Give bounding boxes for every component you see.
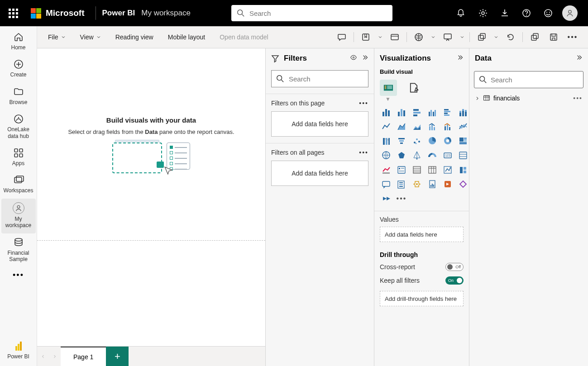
viz-type-24[interactable] (380, 164, 392, 176)
viz-type-6[interactable] (380, 120, 392, 132)
viz-type-25[interactable] (395, 164, 408, 176)
ribbon-explore-menu[interactable] (429, 29, 438, 45)
viz-mode-format[interactable] (405, 80, 422, 96)
viz-type-21[interactable] (426, 149, 439, 161)
viz-type-15[interactable] (426, 135, 439, 147)
viz-type-31[interactable] (395, 178, 408, 190)
viz-type-22[interactable]: 123 (441, 149, 454, 161)
data-search-input[interactable] (491, 76, 578, 84)
viz-values-dropzone[interactable]: Add data fields here (380, 227, 464, 242)
ribbon-refresh-button[interactable] (502, 29, 520, 45)
help-button[interactable] (516, 3, 536, 23)
filters-search[interactable] (271, 70, 368, 87)
nav-home[interactable]: Home (1, 28, 36, 55)
viz-type-12[interactable] (380, 135, 392, 147)
ribbon-copy-button[interactable] (473, 29, 491, 45)
viz-type-27[interactable] (426, 164, 439, 176)
page-tab-1[interactable]: Page 1 (61, 347, 106, 366)
report-canvas[interactable]: Build visuals with your data Select or d… (37, 48, 265, 346)
data-collapse-button[interactable] (576, 54, 583, 62)
nav-my-workspace[interactable]: My workspace (1, 199, 36, 233)
viz-type-11[interactable] (457, 120, 469, 132)
ribbon-more-button[interactable]: ••• (564, 29, 582, 45)
nav-workspaces[interactable]: Workspaces (1, 171, 36, 198)
viz-type-4[interactable] (441, 106, 454, 118)
data-table-more[interactable]: ••• (573, 95, 583, 102)
ribbon-file[interactable]: File (43, 31, 70, 43)
ribbon-save-button[interactable] (545, 29, 563, 45)
filters-search-input[interactable] (289, 75, 363, 83)
viz-type-33[interactable] (426, 178, 439, 190)
data-search[interactable] (474, 71, 583, 88)
viz-type-3[interactable] (426, 106, 439, 118)
ribbon-bookmark-menu[interactable] (376, 29, 385, 45)
viz-type-29[interactable] (457, 164, 469, 176)
viz-type-19[interactable] (395, 149, 408, 161)
viz-type-35[interactable] (457, 178, 469, 190)
viz-type-16[interactable] (441, 135, 454, 147)
workspace-breadcrumb[interactable]: My workspace (141, 9, 191, 18)
data-table-financials[interactable]: financials ••• (469, 93, 588, 104)
feedback-button[interactable] (538, 3, 558, 23)
viz-type-23[interactable] (457, 149, 469, 161)
viz-type-17[interactable] (457, 135, 469, 147)
viz-type-0[interactable] (380, 106, 392, 118)
ribbon-duplicate-button[interactable] (526, 29, 544, 45)
download-button[interactable] (495, 3, 515, 23)
viz-type-9[interactable] (426, 120, 439, 132)
nav-browse[interactable]: Browse (1, 83, 36, 110)
filters-all-pages-dropzone[interactable]: Add data fields here (271, 161, 368, 186)
nav-apps[interactable]: Apps (1, 144, 36, 171)
ribbon-reading-view[interactable]: Reading view (111, 31, 158, 43)
ribbon-present-button[interactable] (439, 29, 457, 45)
viz-collapse-button[interactable] (457, 54, 464, 62)
product-label[interactable]: Power BI (102, 9, 135, 18)
viz-type-26[interactable] (411, 164, 423, 176)
ribbon-present-menu[interactable] (458, 29, 467, 45)
ribbon-comment-button[interactable] (333, 29, 351, 45)
viz-type-2[interactable] (411, 106, 423, 118)
keep-filters-toggle[interactable] (445, 276, 464, 285)
ribbon-view[interactable]: View (76, 31, 105, 43)
nav-financial-sample[interactable]: Financial Sample (1, 233, 36, 267)
viz-type-10[interactable] (441, 120, 454, 132)
viz-type-8[interactable] (411, 120, 423, 132)
viz-type-18[interactable] (380, 149, 392, 161)
filters-collapse-button[interactable] (362, 54, 368, 62)
ribbon-mobile-layout[interactable]: Mobile layout (163, 31, 210, 43)
viz-type-36[interactable] (380, 193, 392, 204)
viz-mode-build[interactable] (380, 80, 397, 96)
settings-button[interactable] (473, 3, 493, 23)
filters-preview-button[interactable] (349, 54, 358, 62)
viz-type-20[interactable] (411, 149, 423, 161)
page-prev[interactable] (37, 347, 49, 366)
viz-type-1[interactable] (395, 106, 408, 118)
ribbon-bookmark-button[interactable] (357, 29, 375, 45)
filters-this-page-more[interactable]: ••• (359, 100, 368, 107)
add-page-button[interactable]: + (106, 347, 129, 366)
ribbon-copy-menu[interactable] (492, 29, 501, 45)
viz-more[interactable]: ••• (395, 193, 408, 204)
viz-type-30[interactable] (380, 178, 392, 190)
viz-type-32[interactable] (411, 178, 423, 190)
page-next[interactable] (49, 347, 61, 366)
nav-more[interactable]: ••• (13, 271, 24, 280)
drill-through-dropzone[interactable]: Add drill-through fields here (380, 291, 464, 306)
global-search[interactable] (231, 5, 392, 21)
ribbon-view-button[interactable] (386, 29, 404, 45)
ribbon-explore-button[interactable] (410, 29, 428, 45)
account-button[interactable] (560, 3, 580, 23)
nav-create[interactable]: Create (1, 55, 36, 82)
notifications-button[interactable] (451, 3, 471, 23)
app-launcher-button[interactable] (0, 0, 26, 26)
nav-onelake[interactable]: OneLake data hub (1, 110, 36, 144)
filters-all-pages-more[interactable]: ••• (359, 149, 368, 156)
viz-type-5[interactable] (457, 106, 469, 118)
viz-type-13[interactable] (395, 135, 408, 147)
viz-type-14[interactable] (411, 135, 423, 147)
filters-this-page-dropzone[interactable]: Add data fields here (271, 111, 368, 137)
cross-report-toggle[interactable] (445, 263, 464, 271)
viz-type-28[interactable] (441, 164, 454, 176)
viz-type-34[interactable] (441, 178, 454, 190)
global-search-input[interactable] (249, 10, 387, 17)
